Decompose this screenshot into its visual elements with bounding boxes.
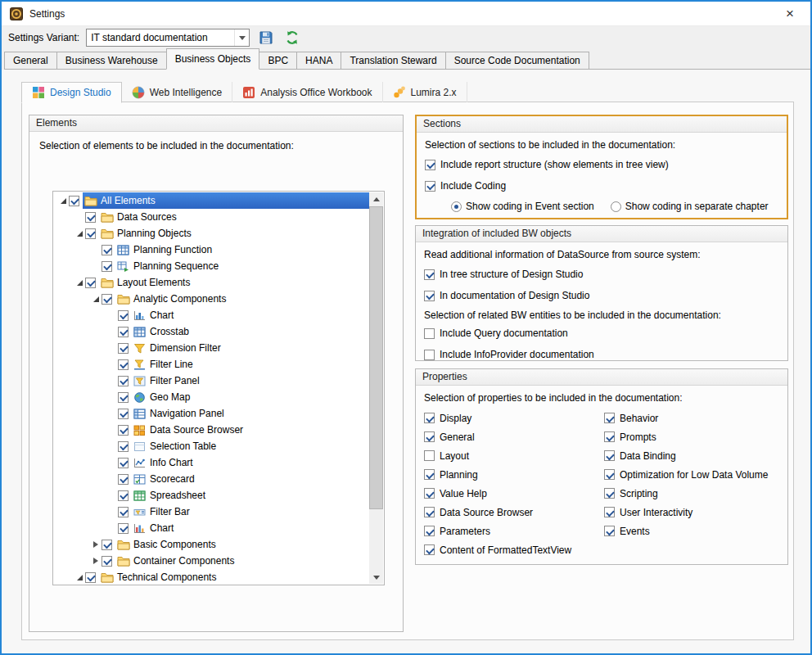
variant-combobox[interactable]: IT standard documentation bbox=[86, 29, 250, 47]
collapse-arrow-icon[interactable] bbox=[74, 277, 85, 288]
tree-item-basic-components[interactable]: Basic Components bbox=[54, 536, 369, 553]
tree-item-filter-bar[interactable]: Filter Bar bbox=[54, 504, 369, 520]
checkbox[interactable] bbox=[424, 488, 435, 499]
radio-button[interactable] bbox=[451, 201, 462, 212]
checkbox[interactable] bbox=[118, 490, 129, 501]
scrollbar-thumb[interactable] bbox=[369, 206, 383, 509]
tree-item-geo-map[interactable]: Geo Map bbox=[54, 389, 369, 405]
main-tab-translation-steward[interactable]: Translation Steward bbox=[341, 52, 445, 70]
checkbox[interactable] bbox=[118, 458, 129, 468]
checkbox[interactable] bbox=[424, 291, 435, 301]
tree-item-technical-components[interactable]: Technical Components bbox=[54, 569, 369, 584]
checkbox-row-include-infoprovider-documentation[interactable]: Include InfoProvider documentation bbox=[416, 344, 787, 365]
checkbox[interactable] bbox=[424, 350, 435, 360]
expand-arrow-icon[interactable] bbox=[90, 539, 102, 550]
close-button[interactable]: × bbox=[778, 3, 802, 25]
checkbox[interactable] bbox=[102, 556, 112, 567]
sub-tab-analysis-office-workbook[interactable]: Analysis Office Workbook bbox=[232, 82, 382, 102]
checkbox[interactable] bbox=[425, 181, 435, 192]
checkbox[interactable] bbox=[604, 507, 615, 517]
checkbox[interactable] bbox=[604, 469, 615, 480]
checkbox[interactable] bbox=[118, 343, 129, 354]
checkbox[interactable] bbox=[604, 431, 615, 442]
main-tab-hana[interactable]: HANA bbox=[296, 52, 341, 70]
checkbox-row-in-tree-structure-of-design-studio[interactable]: In tree structure of Design Studio bbox=[416, 264, 787, 285]
checkbox[interactable] bbox=[102, 294, 112, 305]
checkbox-row-planning[interactable]: Planning bbox=[416, 465, 571, 484]
checkbox-row-parameters[interactable]: Parameters bbox=[416, 522, 571, 540]
checkbox[interactable] bbox=[424, 526, 435, 536]
scroll-down-arrow-icon[interactable] bbox=[369, 571, 383, 584]
checkbox[interactable] bbox=[424, 269, 435, 280]
checkbox-row-include-coding[interactable]: Include Coding bbox=[417, 175, 787, 196]
checkbox-row-data-binding[interactable]: Data Binding bbox=[596, 446, 768, 465]
tree-item-scorecard[interactable]: Scorecard bbox=[54, 471, 369, 487]
main-tab-business-warehouse[interactable]: Business Warehouse bbox=[56, 52, 167, 70]
tree-item-all-elements[interactable]: All Elements bbox=[54, 192, 369, 209]
checkbox[interactable] bbox=[424, 507, 435, 517]
checkbox[interactable] bbox=[424, 450, 435, 461]
tree-item-analytic-components[interactable]: Analytic Components bbox=[54, 291, 369, 307]
radio-option-show-coding-in-event-section[interactable]: Show coding in Event section bbox=[451, 201, 594, 212]
radio-button[interactable] bbox=[611, 201, 621, 212]
checkbox[interactable] bbox=[102, 540, 112, 550]
checkbox-row-include-report-structure-show-elements-in-tree-view[interactable]: Include report structure (show elements … bbox=[417, 154, 787, 175]
checkbox-row-user-interactivity[interactable]: User Interactivity bbox=[596, 503, 768, 522]
checkbox-row-general[interactable]: General bbox=[416, 427, 571, 446]
checkbox[interactable] bbox=[424, 469, 435, 480]
tree-item-planning-objects[interactable]: Planning Objects bbox=[54, 225, 369, 242]
checkbox-row-in-documentation-of-design-studio[interactable]: In documentation of Design Studio bbox=[416, 285, 787, 306]
checkbox-row-optimization-for-low-data-volume[interactable]: Optimization for Low Data Volume bbox=[596, 465, 768, 484]
main-tab-source-code-documentation[interactable]: Source Code Documentation bbox=[445, 52, 589, 70]
checkbox[interactable] bbox=[425, 160, 435, 170]
checkbox-row-display[interactable]: Display bbox=[416, 409, 571, 427]
tree-item-chart[interactable]: Chart bbox=[54, 307, 369, 323]
checkbox[interactable] bbox=[85, 278, 96, 288]
checkbox-row-behavior[interactable]: Behavior bbox=[596, 409, 768, 427]
checkbox[interactable] bbox=[424, 431, 435, 442]
collapse-arrow-icon[interactable] bbox=[57, 195, 69, 206]
checkbox[interactable] bbox=[118, 441, 129, 452]
radio-option-show-coding-in-separate-chapter[interactable]: Show coding in separate chapter bbox=[611, 201, 769, 212]
checkbox[interactable] bbox=[118, 523, 129, 534]
expand-arrow-icon[interactable] bbox=[90, 555, 102, 567]
checkbox[interactable] bbox=[604, 488, 615, 499]
save-button[interactable] bbox=[256, 28, 276, 47]
checkbox-row-include-query-documentation[interactable]: Include Query documentation bbox=[416, 323, 787, 344]
checkbox[interactable] bbox=[604, 450, 615, 461]
checkbox[interactable] bbox=[424, 544, 435, 555]
collapse-arrow-icon[interactable] bbox=[74, 228, 85, 239]
main-tab-bpc[interactable]: BPC bbox=[259, 52, 297, 70]
checkbox[interactable] bbox=[85, 572, 96, 583]
checkbox-row-events[interactable]: Events bbox=[596, 522, 768, 540]
tree-item-filter-panel[interactable]: Filter Panel bbox=[54, 373, 369, 389]
checkbox[interactable] bbox=[102, 245, 112, 255]
sub-tab-web-intelligence[interactable]: Web Intelligence bbox=[122, 82, 233, 102]
tree-item-planning-function[interactable]: Planning Function bbox=[54, 242, 369, 258]
tree-scrollbar[interactable] bbox=[369, 192, 383, 584]
checkbox[interactable] bbox=[85, 228, 96, 239]
checkbox[interactable] bbox=[424, 328, 435, 339]
tree-item-info-chart[interactable]: Info Chart bbox=[54, 454, 369, 471]
checkbox[interactable] bbox=[424, 413, 435, 423]
tree-item-selection-table[interactable]: Selection Table bbox=[54, 438, 369, 454]
scroll-up-arrow-icon[interactable] bbox=[369, 192, 383, 206]
checkbox-row-layout[interactable]: Layout bbox=[416, 446, 571, 465]
tree-item-planning-sequence[interactable]: Planning Sequence bbox=[54, 258, 369, 274]
tree-item-filter-line[interactable]: Filter Line bbox=[54, 356, 369, 373]
tree-item-crosstab[interactable]: Crosstab bbox=[54, 323, 369, 340]
tree-item-container-components[interactable]: Container Components bbox=[54, 553, 369, 569]
checkbox[interactable] bbox=[118, 474, 129, 485]
checkbox-row-data-source-browser[interactable]: Data Source Browser bbox=[416, 503, 571, 522]
tree-item-dimension-filter[interactable]: Dimension Filter bbox=[54, 340, 369, 356]
checkbox[interactable] bbox=[118, 327, 129, 337]
checkbox[interactable] bbox=[118, 392, 129, 403]
tree-item-spreadsheet[interactable]: Spreadsheet bbox=[54, 487, 369, 504]
refresh-button[interactable] bbox=[282, 28, 302, 47]
tree-item-navigation-panel[interactable]: Navigation Panel bbox=[54, 405, 369, 422]
tree-item-data-sources[interactable]: Data Sources bbox=[54, 209, 369, 225]
checkbox[interactable] bbox=[118, 409, 129, 419]
collapse-arrow-icon[interactable] bbox=[74, 571, 85, 583]
main-tab-general[interactable]: General bbox=[4, 52, 57, 70]
collapse-arrow-icon[interactable] bbox=[90, 293, 102, 305]
